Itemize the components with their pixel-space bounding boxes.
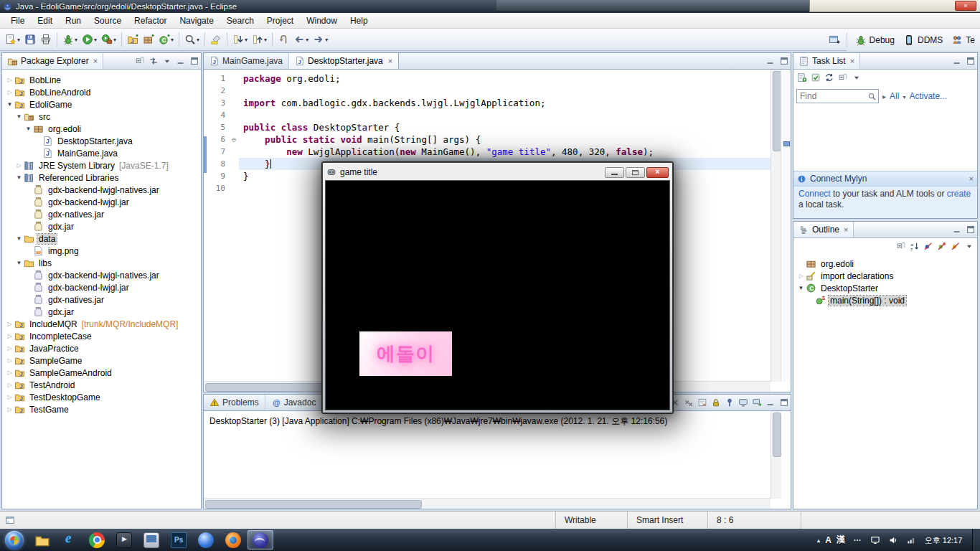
volume-tray-button[interactable] [886, 533, 900, 547]
close-view-icon[interactable]: × [93, 57, 98, 65]
new-package-button[interactable] [141, 31, 156, 48]
working-set-chevron-icon[interactable] [882, 91, 886, 101]
taskbar-app-media-player[interactable] [111, 530, 137, 550]
hide-nonpublic-button[interactable] [948, 240, 962, 253]
code-line[interactable]: 1package org.edoli; [204, 72, 771, 85]
tree-item[interactable]: JMainGame.java [2, 147, 201, 159]
link-with-editor-button[interactable] [146, 55, 160, 68]
last-edit-location-button[interactable] [275, 31, 291, 48]
tree-item[interactable]: ▷JTestGame [2, 403, 201, 415]
taskbar-app-monitor-app[interactable] [138, 530, 164, 550]
taskbar-app-photoshop[interactable] [166, 530, 192, 550]
tree-item[interactable]: ▼libs [2, 257, 201, 269]
collapse-all-button[interactable] [133, 55, 146, 68]
closed-arrow-icon[interactable]: ▷ [5, 77, 14, 83]
tree-item[interactable]: gdx-backend-lwjgl-natives.jar [2, 184, 201, 196]
close-mylyn-icon[interactable]: × [969, 174, 974, 183]
closed-arrow-icon[interactable]: ▷ [796, 273, 806, 279]
tree-item[interactable]: ▷JSampleGameAndroid [2, 367, 201, 379]
hide-fields-button[interactable] [921, 240, 935, 253]
menu-file[interactable]: File [4, 14, 31, 27]
tree-item[interactable]: org.edoli [793, 258, 977, 270]
fold-collapse-icon[interactable]: ⊖ [229, 133, 239, 146]
clear-console-button[interactable] [695, 396, 709, 410]
menu-search[interactable]: Search [220, 14, 260, 27]
closed-arrow-icon[interactable]: ▷ [5, 89, 14, 95]
tree-item[interactable]: ▷JTestAndroid [2, 379, 201, 391]
minimize-view-button[interactable] [950, 55, 963, 68]
game-minimize-button[interactable] [605, 167, 624, 178]
view-menu-button[interactable] [160, 55, 174, 68]
prev-annotation-button[interactable]: ▾ [250, 31, 269, 48]
console-vscrollbar[interactable] [771, 411, 781, 499]
tree-item[interactable]: ▷JIncludeMQR[trunk/MQR/IncludeMQR] [2, 318, 201, 330]
open-arrow-icon[interactable]: ▼ [24, 126, 33, 132]
game-maximize-button[interactable] [626, 167, 645, 178]
closed-arrow-icon[interactable]: ▷ [5, 321, 14, 327]
perspective-te[interactable]: Te [948, 32, 979, 48]
view-tab-task-list[interactable]: Task List × [793, 53, 860, 69]
debug-button[interactable]: ▾ [60, 31, 80, 48]
tree-item[interactable]: PNGimg.png [2, 245, 201, 257]
minimize-view-button[interactable] [763, 55, 777, 68]
view-menu-button[interactable] [962, 240, 976, 253]
tree-item[interactable]: ▷JBobLine [2, 74, 201, 86]
code-line[interactable]: 3import com.badlogic.gdx.backends.lwjgl.… [204, 97, 771, 109]
display-selected-console-button[interactable] [736, 396, 750, 410]
code-line[interactable]: 5public class DesktopStarter { [204, 121, 771, 133]
minimize-view-button[interactable] [763, 396, 777, 410]
closed-arrow-icon[interactable]: ▷ [5, 357, 14, 364]
tree-item[interactable]: ▷import declarations [793, 270, 977, 282]
game-canvas[interactable]: 에돌이 [325, 180, 670, 410]
close-tab-icon[interactable]: × [388, 57, 392, 65]
tree-item[interactable]: gdx.jar [2, 306, 201, 318]
code-line[interactable]: 6⊖ public static void main(String[] args… [204, 133, 771, 146]
hidden-icons-button[interactable]: ▴ [817, 537, 821, 544]
closed-arrow-icon[interactable]: ▷ [5, 394, 14, 400]
maximize-view-button[interactable] [963, 223, 977, 237]
tree-item[interactable]: gdx-backend-lwjgl.jar [2, 196, 201, 208]
activate-task-link[interactable]: Activate... [909, 91, 947, 101]
closed-arrow-icon[interactable]: ▷ [5, 333, 14, 339]
game-close-button[interactable]: × [646, 167, 669, 178]
tree-item[interactable]: ▼org.edoli [2, 123, 201, 135]
open-arrow-icon[interactable]: ▼ [14, 174, 24, 181]
open-arrow-icon[interactable]: ▼ [796, 285, 806, 291]
new-wizard-button[interactable]: ▾ [3, 31, 22, 48]
search-button[interactable]: ▾ [182, 31, 202, 48]
closed-arrow-icon[interactable]: ▷ [5, 406, 14, 413]
working-set-all-link[interactable]: All [890, 91, 899, 101]
minimize-view-button[interactable] [950, 223, 963, 237]
open-arrow-icon[interactable]: ▼ [14, 235, 24, 242]
forward-button[interactable]: ▾ [311, 31, 330, 48]
code-line[interactable]: 2 [204, 85, 771, 97]
print-button[interactable] [38, 31, 54, 48]
menu-edit[interactable]: Edit [31, 14, 59, 27]
game-window-titlebar[interactable]: game title × [325, 165, 670, 179]
new-class-button[interactable]: C▾ [156, 31, 176, 48]
taskbar-app-blue-app[interactable] [193, 530, 219, 550]
code-line[interactable]: 7 new LwjglApplication(new MainGame(), "… [204, 146, 771, 158]
editor-tab[interactable]: JDesktopStarter.java× [289, 53, 399, 69]
editor-tab[interactable]: JMainGame.java [204, 53, 289, 69]
find-input[interactable] [798, 90, 867, 102]
editor-vscrollbar[interactable] [771, 70, 781, 382]
tree-item[interactable]: ▷JBobLineAndroid [2, 86, 201, 98]
taskbar-app-chrome[interactable] [84, 530, 110, 550]
tree-item[interactable]: JDesktopStarter.java [2, 135, 201, 147]
game-window[interactable]: game title × 에돌이 [322, 162, 673, 413]
pin-console-button[interactable] [722, 396, 736, 410]
taskbar-app-internet-explorer[interactable] [57, 530, 83, 550]
taskbar-clock[interactable]: 오후 12:17 [923, 536, 964, 545]
overview-ruler[interactable] [781, 70, 791, 382]
tree-item[interactable]: ▼data [2, 232, 201, 245]
closed-arrow-icon[interactable]: ▷ [5, 369, 14, 376]
maximize-view-button[interactable] [963, 55, 977, 68]
code-line[interactable]: 4 [204, 109, 771, 121]
new-java-project-button[interactable]: J [125, 31, 141, 48]
open-arrow-icon[interactable]: ▼ [14, 260, 24, 266]
tree-item[interactable]: ▷JJavaPractice [2, 342, 201, 354]
minimize-view-button[interactable] [174, 55, 187, 68]
tree-item[interactable]: gdx.jar [2, 220, 201, 232]
external-tools-button[interactable]: ▾ [99, 31, 118, 48]
